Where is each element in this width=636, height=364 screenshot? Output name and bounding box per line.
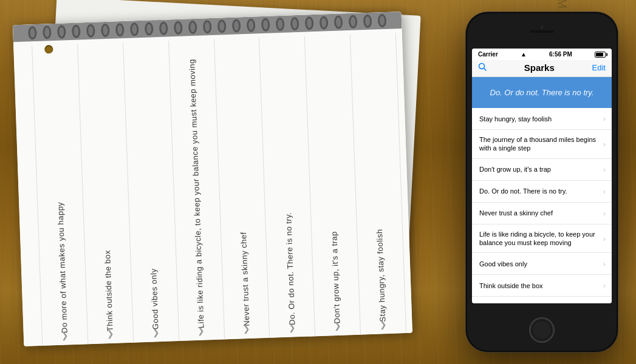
spiral-loop — [72, 24, 81, 38]
spiral-loop — [305, 16, 314, 30]
svg-line-1 — [484, 69, 487, 71]
spiral-loop — [130, 22, 139, 36]
spiral-loop — [57, 25, 66, 38]
quote-list-item[interactable]: Good vibes only› — [472, 253, 612, 275]
spiral-loop — [174, 21, 183, 35]
spiral-loop — [101, 24, 110, 37]
quote-item-text: The journey of a thousand miles begins w… — [479, 135, 603, 153]
quote-list-item[interactable]: Stay hungry, stay foolish› — [472, 108, 612, 130]
chevron-right-icon: › — [603, 303, 606, 303]
spiral-loop — [334, 15, 343, 29]
quote-item-text: Stay hungry, stay foolish — [479, 115, 603, 123]
chevron-down-icon-3: ❯ — [197, 326, 205, 335]
spiral-loop — [43, 25, 52, 39]
navigation-bar: Sparks Edit — [472, 60, 612, 77]
notebook-quote-1: Think outside the box — [103, 250, 115, 332]
chevron-down-icon-4: ❯ — [243, 324, 251, 334]
chevron-down-icon-0: ❯ — [61, 330, 69, 340]
spiral-loop — [276, 18, 285, 31]
chevron-down-icon-7: ❯ — [379, 319, 387, 329]
quote-item-text: Life is like riding a bicycle, to keep y… — [479, 230, 603, 248]
speaker-grille — [530, 30, 554, 33]
quote-list-item[interactable]: Never trust a skinny chef› — [472, 203, 612, 224]
quote-item-text: Do. Or do not. There is no try. — [479, 187, 603, 195]
wifi-icon: ▲ — [521, 51, 527, 58]
featured-quote-card[interactable]: Do. Or do not. There is no try. — [472, 77, 612, 108]
spiral-loop — [188, 21, 197, 34]
quote-list-item[interactable]: Life is like riding a bicycle, to keep y… — [472, 224, 612, 254]
chevron-down-icon-1: ❯ — [106, 329, 114, 339]
notebook-quote-5: Do. Or do not. There is no try. — [283, 212, 296, 325]
spiral-loop — [363, 15, 372, 28]
notebook-main: Do more of what makes you happy ❯ Think … — [13, 12, 412, 346]
chevron-down-icon-2: ❯ — [152, 327, 160, 337]
spiral-loop — [378, 14, 387, 27]
chevron-right-icon: › — [603, 114, 606, 123]
status-time: 6:56 PM — [549, 51, 572, 58]
spiral-loop — [261, 18, 270, 32]
spiral-loop — [320, 16, 329, 29]
battery-icon — [595, 52, 606, 58]
quote-item-text: Good vibes only — [479, 260, 603, 268]
background-time: 6:56 PM — [555, 0, 569, 9]
notebook-quote-0: Do more of what makes you happy — [55, 201, 69, 333]
notebook-quote-6: Don't grow up, it's a trap — [330, 231, 343, 323]
battery-status — [595, 52, 606, 58]
spiral-loop — [247, 18, 256, 32]
front-camera — [540, 25, 544, 29]
quote-item-text: Don't grow up, it's a trap — [479, 165, 603, 174]
quote-list-item[interactable]: The journey of a thousand miles begins w… — [472, 130, 612, 159]
quote-list-item[interactable]: Do more of what makes you happy› — [472, 297, 612, 303]
notebook-columns: Do more of what makes you happy ❯ Think … — [32, 33, 406, 346]
notebook-quote-4: Never trust a skinny chef — [239, 232, 251, 326]
quote-list-item[interactable]: Don't grow up, it's a trap› — [472, 159, 612, 181]
chevron-down-icon-6: ❯ — [333, 321, 341, 331]
search-icon[interactable] — [478, 62, 487, 73]
notebook-quote-2: Good vibes only — [149, 268, 160, 329]
spiral-loop — [217, 19, 227, 33]
quote-list-item[interactable]: Think outside the box› — [472, 275, 612, 297]
chevron-right-icon: › — [603, 140, 606, 149]
chevron-right-icon: › — [603, 234, 606, 243]
phone-screen: Carrier ▲ 6:56 PM Sparks Edit Do. Or do … — [472, 49, 612, 303]
home-button[interactable] — [530, 318, 554, 342]
battery-fill — [596, 53, 603, 56]
chevron-right-icon: › — [603, 281, 606, 290]
notebook-quote-7: Stay hungry, stay foolish — [375, 229, 388, 322]
quote-list[interactable]: Stay hungry, stay foolish›The journey of… — [472, 108, 612, 303]
status-bar: Carrier ▲ 6:56 PM — [472, 49, 612, 60]
edit-button[interactable]: Edit — [592, 63, 606, 72]
chevron-right-icon: › — [603, 259, 606, 268]
chevron-right-icon: › — [603, 165, 606, 174]
featured-quote-text: Do. Or do not. There is no try. — [490, 88, 594, 97]
notebook-quote-3: Life is like riding a bicycle, to keep y… — [187, 59, 206, 329]
spiral-loop — [203, 20, 212, 33]
spiral-loop — [115, 23, 125, 36]
chevron-right-icon: › — [603, 209, 606, 218]
quote-item-text: Think outside the box — [479, 281, 603, 290]
carrier-label: Carrier — [478, 51, 498, 58]
quote-list-item[interactable]: Do. Or do not. There is no try.› — [472, 181, 612, 203]
spiral-loop — [145, 22, 154, 35]
spiral-loop — [28, 26, 37, 39]
chevron-right-icon: › — [603, 187, 606, 196]
spiral-loop — [349, 15, 358, 29]
chevron-down-icon-5: ❯ — [289, 322, 296, 332]
notebook-column-7: Stay hungry, stay foolish ❯ — [350, 33, 406, 334]
iphone-device: Carrier ▲ 6:56 PM Sparks Edit Do. Or do … — [466, 12, 618, 352]
notebook-dot-grid: Do more of what makes you happy ❯ Think … — [13, 12, 412, 346]
nav-title: Sparks — [524, 62, 555, 73]
spiral-loop — [159, 21, 168, 35]
spiral-loop — [290, 17, 299, 30]
quote-item-text: Never trust a skinny chef — [479, 209, 603, 217]
spiral-loop — [86, 24, 95, 38]
spiral-loop — [232, 19, 241, 32]
